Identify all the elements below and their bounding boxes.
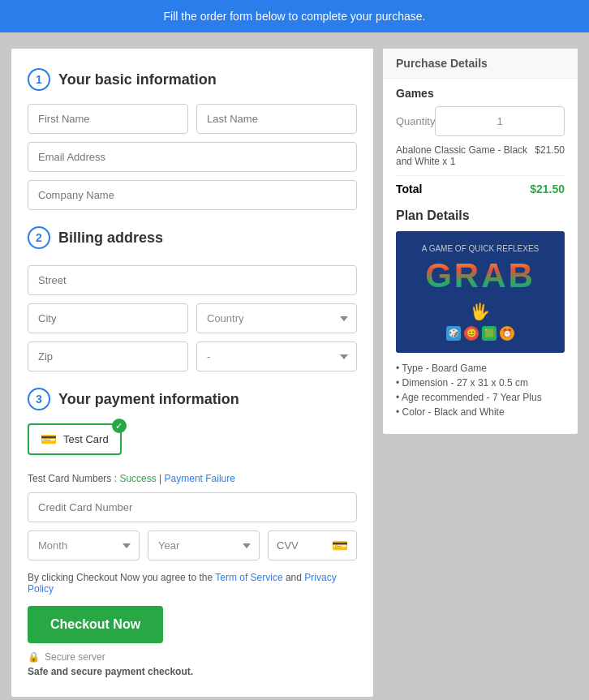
quantity-label: Quantity [396, 115, 435, 127]
street-input[interactable] [28, 265, 357, 295]
credit-card-input[interactable] [28, 492, 357, 522]
item-price: $21.50 [535, 144, 565, 167]
company-input[interactable] [28, 180, 357, 210]
test-card-info: Test Card Numbers : Success | Payment Fa… [28, 473, 357, 484]
cvv-card-icon: 💳 [332, 538, 348, 553]
last-name-input[interactable] [196, 104, 357, 134]
bullet-item: Type - Board Game [396, 363, 565, 374]
left-panel: 1 Your basic information 2 [11, 49, 373, 697]
step-2-circle: 2 [28, 226, 50, 249]
purchase-details-title: Purchase Details [383, 49, 578, 79]
section-billing: 2 Billing address [28, 226, 357, 249]
step-3-circle: 3 [28, 388, 50, 410]
checkout-button[interactable]: Checkout Now [28, 606, 163, 643]
card-option-button[interactable]: 💳 Test Card ✓ [28, 423, 122, 455]
total-label: Total [396, 183, 422, 195]
step-1-circle: 1 [28, 68, 50, 91]
right-panel: Purchase Details Games Quantity Abalone … [383, 49, 578, 434]
first-name-input[interactable] [28, 104, 188, 134]
month-select[interactable]: Month [28, 530, 140, 560]
check-badge: ✓ [112, 419, 127, 433]
bullet-item: Age recommended - 7 Year Plus [396, 392, 565, 403]
section-payment: 3 Your payment information [28, 388, 357, 410]
terms-text: By clicking Checkout Now you agree to th… [28, 572, 357, 595]
safe-text: Safe and secure payment checkout. [28, 666, 357, 677]
success-link[interactable]: Success [119, 473, 156, 484]
top-banner: Fill the order form below to complete yo… [0, 0, 589, 32]
quantity-input[interactable] [435, 106, 565, 136]
email-input[interactable] [28, 142, 357, 172]
country-select[interactable]: Country [196, 303, 357, 333]
lock-icon: 🔒 [28, 651, 40, 663]
plan-details-title: Plan Details [396, 208, 565, 223]
year-select[interactable]: Year [148, 530, 260, 560]
total-amount: $21.50 [530, 183, 565, 195]
card-icon: 💳 [41, 432, 57, 447]
games-label: Games [396, 87, 565, 100]
card-label: Test Card [63, 433, 109, 445]
section-2-title: Billing address [58, 230, 163, 247]
section-1-title: Your basic information [58, 71, 217, 88]
product-bullets: Type - Board GameDimension - 27 x 31 x 0… [396, 363, 565, 418]
tos-link[interactable]: Term of Service [215, 572, 282, 583]
banner-text: Fill the order form below to complete yo… [164, 10, 426, 23]
secure-label: Secure server [45, 651, 105, 663]
city-input[interactable] [28, 303, 188, 333]
zip-input[interactable] [28, 341, 188, 371]
bullet-item: Color - Black and White [396, 406, 565, 418]
section-basic-info: 1 Your basic information [28, 68, 357, 91]
cvv-input[interactable] [277, 531, 332, 560]
item-name: Abalone Classic Game - Black and White x… [396, 144, 535, 167]
state-select[interactable]: - [196, 341, 357, 371]
failure-link[interactable]: Payment Failure [165, 473, 235, 484]
product-image: A GAME OF QUICK REFLEXES GRAB 🖐️ 🎲 😊 🟩 ⏰ [396, 231, 565, 353]
section-3-title: Your payment information [58, 391, 239, 408]
bullet-item: Dimension - 27 x 31 x 0.5 cm [396, 377, 565, 389]
